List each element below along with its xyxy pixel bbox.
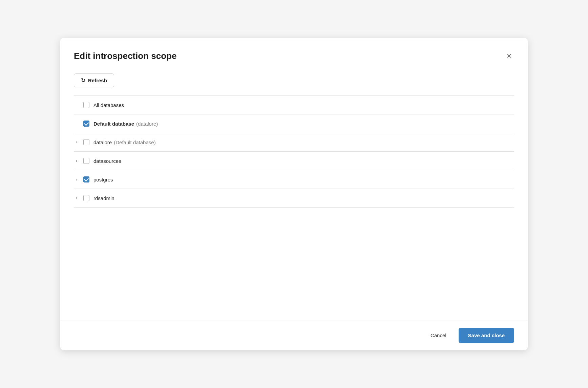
cancel-button[interactable]: Cancel xyxy=(424,328,453,342)
refresh-icon: ↻ xyxy=(81,77,85,84)
chevron-icon-rdsadmin[interactable]: › xyxy=(74,196,79,200)
db-row-datalore: ›datalore(Default database) xyxy=(74,133,514,152)
db-sub-label-default-database: (datalore) xyxy=(136,121,158,127)
db-label-datasources: datasources xyxy=(93,158,121,164)
db-sub-label-datalore: (Default database) xyxy=(114,139,155,145)
chevron-icon-postgres[interactable]: › xyxy=(74,177,79,182)
database-list: All databasesDefault database(datalore)›… xyxy=(74,95,514,208)
db-row-postgres: ›postgres xyxy=(74,170,514,189)
modal-title: Edit introspection scope xyxy=(74,51,176,61)
checkbox-rdsadmin[interactable] xyxy=(83,195,89,201)
modal-header: Edit introspection scope × xyxy=(60,38,528,68)
refresh-button[interactable]: ↻ Refresh xyxy=(74,73,114,87)
edit-introspection-modal: Edit introspection scope × ↻ Refresh All… xyxy=(60,38,528,350)
db-row-datasources: ›datasources xyxy=(74,152,514,170)
db-label-postgres: postgres xyxy=(93,177,113,182)
db-row-default-database: Default database(datalore) xyxy=(74,114,514,133)
checkbox-all-databases[interactable] xyxy=(83,102,89,108)
checkbox-default-database[interactable] xyxy=(83,121,89,127)
save-close-button[interactable]: Save and close xyxy=(459,328,514,343)
db-row-all-databases: All databases xyxy=(74,96,514,114)
modal-body: ↻ Refresh All databasesDefault database(… xyxy=(60,68,528,321)
db-label-all-databases: All databases xyxy=(93,102,124,108)
db-label-rdsadmin: rdsadmin xyxy=(93,195,114,201)
close-button[interactable]: × xyxy=(504,50,514,61)
modal-footer: Cancel Save and close xyxy=(60,321,528,350)
db-row-rdsadmin: ›rdsadmin xyxy=(74,189,514,208)
checkbox-datasources[interactable] xyxy=(83,158,89,164)
chevron-icon-datalore[interactable]: › xyxy=(74,140,79,145)
checkbox-datalore[interactable] xyxy=(83,139,89,145)
db-label-datalore: datalore(Default database) xyxy=(93,139,156,145)
checkbox-postgres[interactable] xyxy=(83,176,89,182)
refresh-label: Refresh xyxy=(88,78,107,83)
chevron-icon-datasources[interactable]: › xyxy=(74,158,79,163)
db-label-default-database: Default database(datalore) xyxy=(93,121,158,127)
